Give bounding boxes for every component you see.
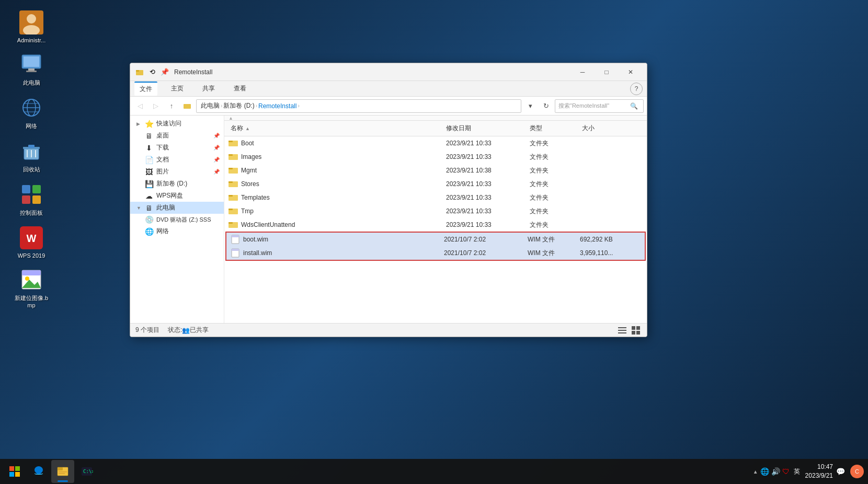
nav-item-network[interactable]: 🌐 网络 bbox=[130, 225, 224, 237]
maximize-button[interactable]: □ bbox=[595, 63, 619, 81]
network-nav-icon: 🌐 bbox=[145, 227, 153, 236]
desktop-icon-newbmp[interactable]: 新建位图像.bmp bbox=[10, 265, 52, 310]
breadcrumb-mypc[interactable]: 此电脑 bbox=[201, 101, 220, 110]
dropdown-button[interactable]: ▾ bbox=[523, 99, 537, 113]
pictures-nav-icon: 🖼 bbox=[145, 168, 153, 176]
search-icon[interactable]: 🔍 bbox=[627, 100, 640, 112]
taskbar-terminal[interactable]: C:\> bbox=[75, 460, 98, 483]
nav-item-pictures[interactable]: 🖼 图片 📌 bbox=[130, 166, 224, 178]
status-bar: 9 个项目 状态: 👥 已共享 bbox=[130, 323, 647, 337]
desktop-icon-admin[interactable]: Administr... bbox=[10, 8, 52, 45]
file-modified-boot: 2023/9/21 10:33 bbox=[444, 140, 528, 147]
up-button[interactable]: ↑ bbox=[165, 99, 178, 113]
folder-icon bbox=[180, 99, 194, 113]
file-type-wdsclient: 文件夹 bbox=[528, 221, 580, 229]
wps-label: WPS 2019 bbox=[18, 252, 45, 259]
systray: ▲ 🌐 🔊 🛡 英 bbox=[753, 466, 802, 477]
taskbar-explorer[interactable] bbox=[51, 460, 74, 483]
svg-rect-48 bbox=[232, 249, 239, 251]
back-button[interactable]: ◁ bbox=[133, 99, 147, 113]
title-pin-icon[interactable]: 📌 bbox=[159, 67, 170, 77]
table-row[interactable]: Tmp 2023/9/21 10:33 文件夹 bbox=[224, 204, 647, 218]
mypc-label: 此电脑 bbox=[23, 79, 40, 87]
file-type-tmp: 文件夹 bbox=[528, 207, 580, 216]
svg-rect-42 bbox=[229, 209, 233, 210]
content-area: ▶ ⭐ 快速访问 🖥 桌面 📌 ⬇ 下载 📌 📄 文档 📌 bbox=[130, 116, 647, 323]
minimize-button[interactable]: ─ bbox=[570, 63, 595, 81]
sep1: › bbox=[221, 103, 222, 109]
nav-item-dvd[interactable]: 💿 DVD 驱动器 (Z:) SSS bbox=[130, 214, 224, 225]
nav-item-mypc[interactable]: ▼ 🖥 此电脑 bbox=[130, 202, 224, 214]
ribbon-tab-view[interactable]: 查看 bbox=[229, 82, 252, 95]
table-row[interactable]: Stores 2023/9/21 10:33 文件夹 bbox=[224, 177, 647, 191]
table-row[interactable]: Images 2023/9/21 10:33 文件夹 bbox=[224, 150, 647, 164]
newvol-nav-icon: 💾 bbox=[145, 180, 153, 188]
svg-rect-30 bbox=[184, 104, 191, 109]
systray-arrow[interactable]: ▲ bbox=[753, 469, 758, 475]
table-row[interactable]: boot.wim 2021/10/7 2:02 WIM 文件 692,292 K… bbox=[226, 233, 645, 246]
nav-item-newvol[interactable]: 💾 新加卷 (D:) bbox=[130, 178, 224, 190]
address-path-box[interactable]: 此电脑 › 新加卷 (D:) › RemoteInstall › bbox=[196, 99, 521, 113]
control-icon bbox=[19, 182, 44, 207]
table-row[interactable]: install.wim 2021/10/7 2:02 WIM 文件 3,959,… bbox=[226, 246, 645, 260]
col-name[interactable]: 名称 ▲ bbox=[229, 123, 444, 134]
nav-item-quick-access[interactable]: ▶ ⭐ 快速访问 bbox=[130, 118, 224, 130]
newvol-nav-label: 新加卷 (D:) bbox=[156, 179, 187, 188]
desktop-icon-recycle[interactable]: 回收站 bbox=[10, 136, 52, 176]
svg-rect-29 bbox=[136, 70, 139, 72]
help-button[interactable]: ? bbox=[630, 83, 643, 95]
desktop-icon-mypc[interactable]: 此电脑 bbox=[10, 50, 52, 89]
refresh-button[interactable]: ↻ bbox=[539, 99, 553, 113]
ribbon-tab-home[interactable]: 主页 bbox=[166, 82, 189, 95]
breadcrumb-drive[interactable]: 新加卷 (D:) bbox=[223, 101, 254, 110]
start-button[interactable] bbox=[4, 461, 25, 482]
taskbar-edge[interactable] bbox=[27, 460, 50, 483]
search-placeholder: 搜索"RemoteInstall" bbox=[558, 102, 627, 110]
nav-item-desktop[interactable]: 🖥 桌面 📌 bbox=[130, 130, 224, 142]
table-row[interactable]: Templates 2023/9/21 10:33 文件夹 bbox=[224, 191, 647, 204]
window-controls: ─ □ ✕ bbox=[570, 63, 643, 81]
lang-indicator[interactable]: 英 bbox=[792, 466, 802, 477]
svg-rect-61 bbox=[58, 467, 63, 470]
svg-rect-6 bbox=[26, 71, 37, 72]
close-button[interactable]: ✕ bbox=[619, 63, 643, 81]
col-type[interactable]: 类型 bbox=[528, 123, 580, 134]
forward-button[interactable]: ▷ bbox=[149, 99, 163, 113]
breadcrumb: 此电脑 › 新加卷 (D:) › RemoteInstall › bbox=[201, 101, 300, 110]
col-size[interactable]: 大小 bbox=[580, 123, 643, 134]
detail-view-button[interactable] bbox=[616, 325, 628, 336]
svg-rect-32 bbox=[229, 141, 233, 142]
ribbon-tab-file[interactable]: 文件 bbox=[134, 82, 157, 96]
ribbon-tab-share[interactable]: 共享 bbox=[197, 82, 220, 95]
notification-icon[interactable]: 💬 bbox=[836, 467, 845, 476]
title-back-icon[interactable]: ⟲ bbox=[147, 67, 157, 77]
clock[interactable]: 10:47 2023/9/21 bbox=[805, 463, 833, 480]
svg-rect-58 bbox=[9, 472, 14, 477]
nav-item-wps-cloud[interactable]: ☁ WPS网盘 bbox=[130, 190, 224, 202]
svg-rect-56 bbox=[9, 466, 14, 471]
search-box[interactable]: 搜索"RemoteInstall" 🔍 bbox=[555, 99, 644, 113]
desktop: Administr... 此电脑 bbox=[0, 0, 868, 484]
security-icon: 🛡 bbox=[782, 467, 790, 476]
desktop-icon-network[interactable]: 网络 bbox=[10, 93, 52, 132]
sort-arrow-name: ▲ bbox=[245, 126, 250, 131]
downloads-pin: 📌 bbox=[213, 145, 220, 151]
breadcrumb-current[interactable]: RemoteInstall bbox=[258, 102, 296, 110]
nav-item-documents[interactable]: 📄 文档 📌 bbox=[130, 154, 224, 166]
dvd-nav-icon: 💿 bbox=[145, 215, 153, 224]
svg-rect-14 bbox=[28, 145, 35, 148]
table-row[interactable]: Boot 2023/9/21 10:33 文件夹 bbox=[224, 136, 647, 150]
large-icon-view-button[interactable] bbox=[630, 325, 642, 336]
sep2: › bbox=[256, 103, 257, 109]
folder-icon-stores bbox=[229, 179, 238, 189]
file-size-bootwim: 692,292 KB bbox=[578, 236, 641, 243]
title-path-label: RemoteInstall bbox=[174, 68, 212, 76]
nav-item-downloads[interactable]: ⬇ 下载 📌 bbox=[130, 142, 224, 154]
svg-rect-34 bbox=[229, 154, 233, 156]
desktop-icon-wps[interactable]: W WPS 2019 bbox=[10, 223, 52, 261]
col-modified[interactable]: 修改日期 bbox=[444, 123, 528, 134]
expand-mypc: ▼ bbox=[136, 205, 142, 211]
desktop-icon-control[interactable]: 控制面板 bbox=[10, 180, 52, 219]
table-row[interactable]: Mgmt 2023/9/21 10:38 文件夹 bbox=[224, 164, 647, 177]
table-row[interactable]: WdsClientUnattend 2023/9/21 10:33 文件夹 bbox=[224, 218, 647, 232]
